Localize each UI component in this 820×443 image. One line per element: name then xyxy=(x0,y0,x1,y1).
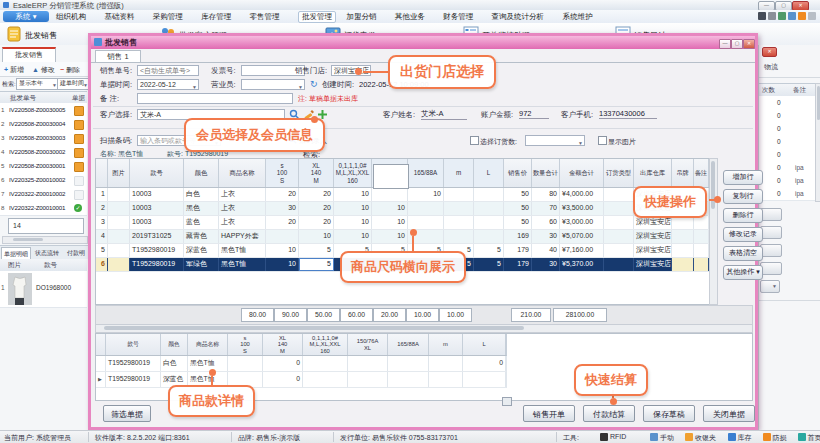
grid-row-1[interactable]: 110003白色上衣202010105080¥4,000.00深圳宝安店 xyxy=(96,188,710,202)
row-button-表格清空[interactable]: 表格清空 xyxy=(723,246,763,261)
remark-cell[interactable] xyxy=(694,258,709,271)
grid-header-cell[interactable]: 销售价 xyxy=(504,159,532,187)
style-cell[interactable]: T1952980019 xyxy=(130,258,184,271)
size-cell[interactable]: 5 xyxy=(474,244,504,257)
price-cell[interactable]: 50 xyxy=(504,202,532,215)
row-no[interactable]: 5 xyxy=(96,244,108,257)
row-button-修改记录[interactable]: 修改记录 xyxy=(723,227,763,242)
size-cell[interactable] xyxy=(266,230,299,243)
size-cell[interactable]: 10 xyxy=(408,188,444,201)
sidebar-action-修改[interactable]: ▲ 修改 xyxy=(32,65,55,75)
size-cell[interactable]: 0 xyxy=(263,372,303,387)
grid-header-cell[interactable]: 图片 xyxy=(108,159,130,187)
tag-cell[interactable] xyxy=(672,230,694,243)
row-button-删除行[interactable]: 删除行 xyxy=(723,208,763,223)
tray-icon-2[interactable] xyxy=(778,12,786,20)
filter-year-select[interactable]: 显示本年▼ xyxy=(16,78,59,90)
bottom-grid-row[interactable]: ▶T1952980019深蓝色黑色T恤0 xyxy=(96,372,507,388)
menu-item-库存管理[interactable]: 库存管理 xyxy=(201,12,231,22)
size-cell[interactable] xyxy=(444,230,474,243)
splitter-grip[interactable] xyxy=(502,397,512,406)
menu-item-组织机构[interactable]: 组织机构 xyxy=(56,12,86,22)
image-cell[interactable] xyxy=(108,258,130,271)
grid-header-cell[interactable]: 出库仓库 xyxy=(634,159,672,187)
qty-cell[interactable]: 30 xyxy=(532,258,560,271)
refresh-icon[interactable]: ↻ xyxy=(310,79,318,89)
bottom-header-cell[interactable]: L xyxy=(463,334,506,355)
size-cell[interactable]: 10 xyxy=(334,216,372,229)
order-list-item[interactable]: 7IV220322-Z00010002 xyxy=(0,187,87,202)
name-cell[interactable]: 黑色T恤 xyxy=(219,258,266,271)
image-cell[interactable] xyxy=(108,188,130,201)
price-cell[interactable]: 50 xyxy=(504,216,532,229)
size-cell[interactable] xyxy=(388,372,429,387)
order-list-item[interactable]: 5IV220508-Z00030001 xyxy=(0,159,87,174)
grid-header-cell[interactable]: 数量合计 xyxy=(532,159,560,187)
size-cell[interactable]: 10 xyxy=(334,188,372,201)
status-tool-收银夹[interactable]: 收银夹 xyxy=(695,433,716,443)
type-cell[interactable] xyxy=(604,230,634,243)
size-cell[interactable] xyxy=(429,372,463,387)
size-cell[interactable]: 5 xyxy=(299,244,334,257)
size-cell[interactable]: 20 xyxy=(299,216,334,229)
amount-cell[interactable]: ¥7,160.00 xyxy=(560,244,604,257)
size-cell[interactable]: 10 xyxy=(266,244,299,257)
color-cell[interactable]: 白色 xyxy=(161,356,188,371)
menu-item-查询及统计分析[interactable]: 查询及统计分析 xyxy=(492,12,545,22)
row-button-增加行[interactable]: 增加行 xyxy=(723,170,763,185)
tray-icon-4[interactable] xyxy=(798,12,806,20)
bottom-header-cell[interactable]: m xyxy=(429,334,463,355)
image-cell[interactable] xyxy=(108,230,130,243)
menu-system-button[interactable]: 系统 ▾ xyxy=(3,11,49,22)
color-cell[interactable]: 深蓝色 xyxy=(184,244,219,257)
amount-cell[interactable]: ¥5,370.00 xyxy=(560,258,604,271)
toolbar-item-批发销售[interactable]: 批发销售 xyxy=(6,25,59,43)
status-tool-RFID[interactable]: RFID xyxy=(610,433,626,440)
image-cell[interactable] xyxy=(108,202,130,215)
grid-header-cell[interactable]: 颜色 xyxy=(184,159,219,187)
size-cell[interactable] xyxy=(444,188,474,201)
bottom-header-cell[interactable]: 0,1,1,1,0#M,L,XL,XXL160 xyxy=(303,334,348,355)
sidebar-tab-wholesale[interactable]: 批发销售 xyxy=(2,47,56,63)
bottom-header-cell[interactable]: s100S xyxy=(228,334,263,355)
bottom-header-cell[interactable]: 商品名称 xyxy=(188,334,228,355)
grid-header-cell[interactable]: m xyxy=(444,159,474,187)
clerk-select[interactable]: ▼ xyxy=(241,79,305,90)
menu-item-基础资料[interactable]: 基础资料 xyxy=(104,12,134,22)
name-cell[interactable]: 黑色T恤 xyxy=(188,356,228,371)
menu-item-其他业务[interactable]: 其他业务 xyxy=(395,12,425,22)
style-cell[interactable]: T1952980019 xyxy=(130,244,184,257)
price-cell[interactable]: 169 xyxy=(504,230,532,243)
qty-cell[interactable]: 80 xyxy=(532,188,560,201)
type-cell[interactable] xyxy=(604,244,634,257)
status-tool-icon-手动[interactable] xyxy=(650,433,658,441)
status-tool-库存[interactable]: 库存 xyxy=(738,433,752,443)
status-tool-icon-首页[interactable] xyxy=(798,433,806,441)
status-tool-icon-RFID[interactable] xyxy=(600,433,608,441)
size-cell[interactable]: 10 xyxy=(372,230,408,243)
bg-button-stub[interactable] xyxy=(760,262,782,275)
grid-header-cell[interactable]: 款号 xyxy=(130,159,184,187)
qty-cell[interactable]: 60 xyxy=(532,216,560,229)
detail-tab-付款明细[interactable]: 付款明细 xyxy=(65,247,88,259)
grid-header-cell[interactable]: s100S xyxy=(266,159,299,187)
price-cell[interactable]: 50 xyxy=(504,188,532,201)
bottom-header-cell[interactable] xyxy=(96,334,106,355)
style-cell[interactable]: T1952980019 xyxy=(106,372,161,387)
sidebar-hscrollbar[interactable] xyxy=(2,236,88,244)
color-cell[interactable]: 白色 xyxy=(184,188,219,201)
sidebar-action-新增[interactable]: + 新增 xyxy=(4,65,24,75)
warehouse-cell[interactable]: 深圳宝安店 xyxy=(634,244,672,257)
bg-vscrollbar[interactable] xyxy=(815,83,820,202)
row-no[interactable]: 2 xyxy=(96,202,108,215)
size-cell[interactable]: 5 xyxy=(474,258,504,271)
close-order-button[interactable]: 关闭单据 xyxy=(703,405,755,422)
size-cell[interactable] xyxy=(303,356,348,371)
bottom-header-cell[interactable]: 颜色 xyxy=(161,334,188,355)
menu-item-加盟分销[interactable]: 加盟分销 xyxy=(346,12,376,22)
grid-header-cell[interactable]: 0,1,1,1,0#M,L,XL,XXL160 xyxy=(334,159,372,187)
row-no[interactable]: 6 xyxy=(96,258,108,271)
size-cell[interactable]: 0 xyxy=(463,356,506,371)
style-cell[interactable]: 2019T31025 xyxy=(130,230,184,243)
grid-header-cell[interactable]: 金额合计 xyxy=(560,159,604,187)
